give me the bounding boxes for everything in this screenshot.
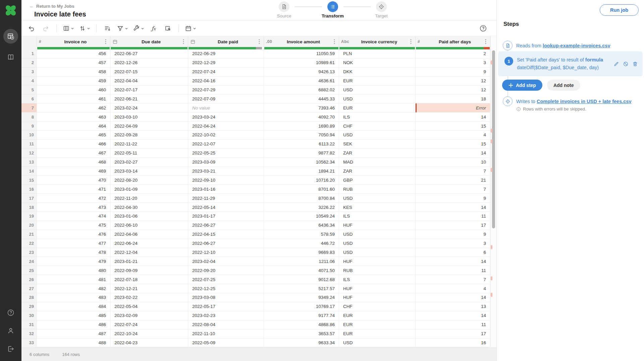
row-number[interactable]: 16 (21, 185, 37, 194)
column-header-due-date[interactable]: Due date (110, 36, 188, 47)
cell[interactable]: 9669.83 (264, 248, 339, 257)
cell[interactable]: 478 (37, 248, 110, 257)
cell[interactable]: 8700.84 (264, 194, 339, 203)
cell[interactable]: 2022-10-24 (110, 329, 188, 339)
columns-menu-button[interactable] (63, 24, 74, 34)
row-number[interactable]: 30 (21, 311, 37, 320)
column-header-date-paid[interactable]: Date paid (188, 36, 264, 47)
cell[interactable]: 2023-02-22 (110, 293, 188, 302)
cell[interactable]: GBP (339, 176, 416, 185)
cell[interactable]: 10716.20 (264, 176, 339, 185)
cell[interactable]: 2023-01-17 (188, 212, 264, 221)
cell[interactable]: 465 (37, 131, 110, 140)
cell[interactable]: EUR (339, 103, 416, 112)
cell[interactable]: 458 (37, 67, 110, 77)
cell[interactable]: 15 (416, 122, 490, 131)
date-format-button[interactable] (185, 24, 196, 34)
row-number[interactable]: 18 (21, 203, 37, 212)
cell[interactable]: EUR (339, 320, 416, 329)
cell[interactable]: 488 (37, 339, 110, 348)
row-number[interactable]: 32 (21, 329, 37, 339)
cell[interactable]: 459 (37, 77, 110, 86)
cell[interactable]: 482 (37, 284, 110, 293)
cell[interactable]: 2022-04-30 (110, 203, 188, 212)
cell[interactable]: 472 (37, 194, 110, 203)
cell[interactable]: 9426.13 (264, 67, 339, 77)
cell[interactable]: PLN (339, 49, 416, 58)
cell[interactable]: 485 (37, 311, 110, 320)
row-number[interactable]: 33 (21, 339, 37, 348)
row-number[interactable]: 31 (21, 320, 37, 329)
cell[interactable]: 2023-02-23 (188, 311, 264, 320)
cell[interactable]: 4 (416, 284, 490, 293)
cell[interactable]: 487 (37, 329, 110, 339)
vertical-scrollbar[interactable] (490, 36, 496, 348)
row-number[interactable]: 5 (21, 86, 37, 95)
help-icon[interactable] (3, 305, 18, 320)
cell[interactable]: 14 (416, 311, 490, 320)
cell[interactable]: 481 (37, 275, 110, 284)
cell[interactable]: 2022-07-17 (110, 86, 188, 95)
column-header-invoice-amount[interactable]: .00Invoice amount (264, 36, 339, 47)
cell[interactable]: 474 (37, 212, 110, 221)
cell[interactable]: 2022-06-27 (188, 221, 264, 230)
cell[interactable]: 7 (416, 167, 490, 176)
user-icon[interactable] (3, 323, 18, 338)
cell[interactable]: 17 (416, 221, 490, 230)
cell[interactable]: 461 (37, 94, 110, 103)
cell[interactable]: 464 (37, 122, 110, 131)
cell[interactable]: 12 (416, 86, 490, 95)
cell[interactable]: CHF (339, 122, 416, 131)
add-note-button[interactable]: Add note (547, 80, 580, 91)
cell[interactable]: 2022-05-14 (188, 203, 264, 212)
row-number[interactable]: 24 (21, 257, 37, 266)
stepper-step-transform[interactable]: Transform (322, 1, 343, 18)
row-number[interactable]: 10 (21, 131, 37, 140)
cell[interactable]: 2022-11-20 (110, 194, 188, 203)
cell[interactable]: SEK (339, 140, 416, 149)
cell[interactable]: 460 (37, 86, 110, 95)
column-menu-button[interactable] (483, 39, 488, 44)
cell[interactable]: 9633.34 (264, 339, 339, 348)
cell[interactable]: ILS (339, 212, 416, 221)
tools-menu-button[interactable] (133, 24, 144, 34)
cell[interactable]: 11 (416, 212, 490, 221)
cell[interactable]: 578.59 (264, 230, 339, 239)
cell[interactable]: 7 (416, 185, 490, 194)
cell[interactable]: 2022-06-29 (188, 49, 264, 58)
cell[interactable]: 6436.34 (264, 221, 339, 230)
source-file-link[interactable]: lookup-example-invoices.csv (543, 43, 610, 48)
row-number[interactable]: 21 (21, 230, 37, 239)
cell[interactable]: DKK (339, 67, 416, 77)
redo-button[interactable] (41, 24, 50, 34)
cell[interactable]: 486 (37, 320, 110, 329)
target-file-link[interactable]: Complete invoices in USD + late fees.csv (537, 99, 631, 104)
cell[interactable]: 2022-06-27 (110, 49, 188, 58)
cell[interactable]: ILS (339, 275, 416, 284)
row-number[interactable]: 6 (21, 94, 37, 103)
cell[interactable]: 10 (416, 158, 490, 167)
cell[interactable]: 470 (37, 176, 110, 185)
cell[interactable]: 2022-10-02 (188, 131, 264, 140)
row-number[interactable]: 1 (21, 49, 37, 58)
cell[interactable]: 14 (416, 293, 490, 302)
cell[interactable]: 462 (37, 103, 110, 112)
cell[interactable]: 1211.06 (264, 257, 339, 266)
undo-button[interactable] (27, 24, 36, 34)
cell[interactable]: 15 (416, 140, 490, 149)
cell[interactable]: 2023-01-06 (110, 212, 188, 221)
cell[interactable]: 4071.50 (264, 266, 339, 275)
cell[interactable]: 2022-05-25 (188, 149, 264, 158)
cell[interactable]: 2022-06-24 (110, 239, 188, 248)
cell[interactable]: 1690.89 (264, 122, 339, 131)
cell[interactable]: 2022-12-29 (188, 58, 264, 67)
cell[interactable]: 2023-02-27 (110, 158, 188, 167)
cell[interactable]: 2022-07-09 (188, 94, 264, 103)
cell[interactable]: 463 (37, 112, 110, 122)
column-menu-button[interactable] (103, 39, 108, 44)
cell[interactable]: MAD (339, 158, 416, 167)
disable-step-button[interactable] (623, 61, 629, 67)
cell[interactable]: 2022-09-09 (110, 266, 188, 275)
cell[interactable]: ZAR (339, 167, 416, 176)
cell[interactable]: 480 (37, 266, 110, 275)
